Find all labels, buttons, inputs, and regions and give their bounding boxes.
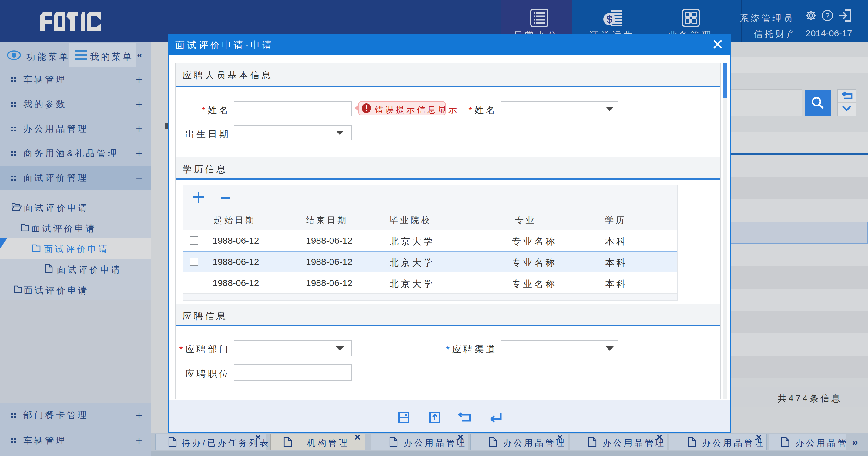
svg-text:$: $: [607, 13, 613, 25]
svg-text:?: ?: [825, 11, 829, 20]
